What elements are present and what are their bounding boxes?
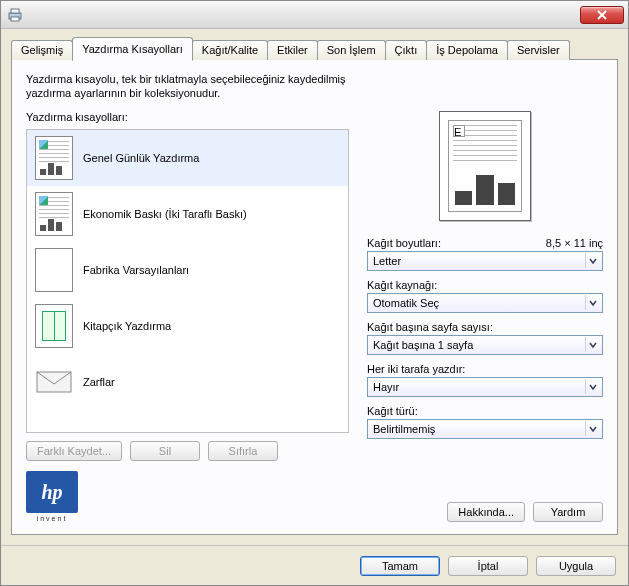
duplex-dropdown[interactable]: Hayır — [367, 377, 603, 397]
shortcut-item-label: Fabrika Varsayılanları — [83, 264, 189, 276]
hp-logo-block: hp invent — [26, 471, 78, 522]
save-as-button[interactable]: Farklı Kaydet... — [26, 441, 122, 461]
delete-button[interactable]: Sil — [130, 441, 200, 461]
chevron-down-icon — [585, 253, 600, 268]
dialog-body: Gelişmiş Yazdırma Kısayolları Kağıt/Kali… — [1, 29, 628, 545]
paper-type-value: Belirtilmemiş — [373, 423, 435, 435]
envelope-icon — [35, 360, 73, 404]
list-item[interactable]: Fabrika Varsayılanları — [27, 242, 348, 298]
list-item[interactable]: Zarflar — [27, 354, 348, 410]
help-button[interactable]: Yardım — [533, 502, 603, 522]
apply-button[interactable]: Uygula — [536, 556, 616, 576]
tabpanel-print-shortcuts: Yazdırma kısayolu, tek bir tıklatmayla s… — [11, 59, 618, 535]
shortcut-thumb-icon — [35, 248, 73, 292]
hp-logo-sub: invent — [26, 515, 78, 522]
shortcut-item-label: Genel Günlük Yazdırma — [83, 152, 199, 164]
paper-size-dropdown[interactable]: Letter — [367, 251, 603, 271]
tab-output[interactable]: Çıktı — [385, 40, 428, 60]
chevron-down-icon — [585, 295, 600, 310]
about-button[interactable]: Hakkında... — [447, 502, 525, 522]
tab-services[interactable]: Servisler — [507, 40, 570, 60]
shortcut-item-label: Kitapçık Yazdırma — [83, 320, 171, 332]
dialog-footer: Tamam İptal Uygula — [1, 545, 628, 585]
intro-text: Yazdırma kısayolu, tek bir tıklatmayla s… — [26, 72, 386, 101]
duplex-value: Hayır — [373, 381, 399, 393]
titlebar — [1, 1, 628, 29]
paper-size-value: Letter — [373, 255, 401, 267]
svg-rect-2 — [11, 17, 19, 21]
reset-button[interactable]: Sıfırla — [208, 441, 278, 461]
shortcuts-label: Yazdırma kısayolları: — [26, 111, 349, 123]
paper-source-dropdown[interactable]: Otomatik Seç — [367, 293, 603, 313]
print-dialog: Gelişmiş Yazdırma Kısayolları Kağıt/Kali… — [0, 0, 629, 586]
tab-paper-quality[interactable]: Kağıt/Kalite — [192, 40, 268, 60]
tab-advanced[interactable]: Gelişmiş — [11, 40, 73, 60]
printer-icon — [7, 7, 23, 23]
paper-source-value: Otomatik Seç — [373, 297, 439, 309]
tab-print-shortcuts[interactable]: Yazdırma Kısayolları — [72, 37, 193, 61]
paper-type-dropdown[interactable]: Belirtilmemiş — [367, 419, 603, 439]
shortcut-item-label: Zarflar — [83, 376, 115, 388]
close-button[interactable] — [580, 6, 624, 24]
list-item[interactable]: Ekonomik Baskı (İki Taraflı Baskı) — [27, 186, 348, 242]
tab-finishing[interactable]: Son İşlem — [317, 40, 386, 60]
earmark-icon: E — [453, 125, 465, 137]
chevron-down-icon — [585, 421, 600, 436]
pages-per-sheet-value: Kağıt başına 1 sayfa — [373, 339, 473, 351]
pages-per-sheet-label: Kağıt başına sayfa sayısı: — [367, 321, 493, 333]
shortcut-thumb-icon — [35, 192, 73, 236]
ok-button[interactable]: Tamam — [360, 556, 440, 576]
shortcut-item-label: Ekonomik Baskı (İki Taraflı Baskı) — [83, 208, 247, 220]
duplex-label: Her iki tarafa yazdır: — [367, 363, 465, 375]
paper-size-label: Kağıt boyutları: — [367, 237, 441, 249]
tabstrip: Gelişmiş Yazdırma Kısayolları Kağıt/Kali… — [11, 37, 618, 60]
tab-effects[interactable]: Etkiler — [267, 40, 318, 60]
chevron-down-icon — [585, 379, 600, 394]
shortcut-thumb-icon — [35, 304, 73, 348]
page-preview: E — [439, 111, 531, 221]
chevron-down-icon — [585, 337, 600, 352]
hp-logo-icon: hp — [26, 471, 78, 513]
paper-size-dimensions: 8,5 × 11 inç — [546, 237, 603, 249]
svg-rect-1 — [11, 9, 19, 13]
paper-type-label: Kağıt türü: — [367, 405, 418, 417]
list-item[interactable]: Kitapçık Yazdırma — [27, 298, 348, 354]
shortcut-thumb-icon — [35, 136, 73, 180]
cancel-button[interactable]: İptal — [448, 556, 528, 576]
paper-source-label: Kağıt kaynağı: — [367, 279, 437, 291]
list-item[interactable]: Genel Günlük Yazdırma — [27, 130, 348, 186]
shortcut-list[interactable]: Genel Günlük Yazdırma Ekonomik Baskı (İk… — [26, 129, 349, 433]
pages-per-sheet-dropdown[interactable]: Kağıt başına 1 sayfa — [367, 335, 603, 355]
tab-job-storage[interactable]: İş Depolama — [426, 40, 508, 60]
